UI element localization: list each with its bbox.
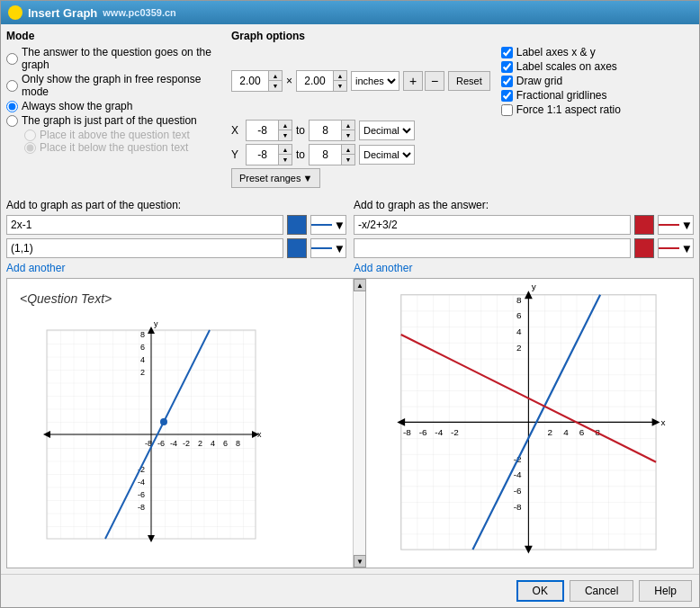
dropdown-arrow-icon: ▼ — [302, 173, 312, 183]
svg-text:8: 8 — [140, 330, 145, 339]
y-min-group[interactable]: ▲ ▼ — [246, 144, 292, 165]
x-max-input[interactable] — [310, 121, 341, 140]
y-range-row: Y ▲ ▼ to ▲ ▼ — [231, 144, 694, 165]
formulas-section: Add to graph as part of the question: ▼ … — [6, 199, 694, 274]
radio-place-below[interactable]: Place it below the question text — [24, 141, 222, 154]
answer-add-another[interactable]: Add another — [354, 262, 412, 274]
answer-formula-input-1[interactable] — [354, 215, 631, 235]
question-formula-input-1[interactable] — [6, 215, 283, 235]
plus-minus-group: + − — [403, 71, 444, 91]
answer-formula-input-2[interactable] — [354, 238, 631, 258]
y-min-down[interactable]: ▼ — [279, 155, 292, 165]
size-x-spin: ▲ ▼ — [268, 71, 282, 91]
window-title: Insert Graph — [28, 6, 97, 20]
svg-text:2: 2 — [198, 439, 202, 448]
y-min-input[interactable] — [247, 145, 278, 165]
x-min-group[interactable]: ▲ ▼ — [246, 120, 292, 141]
dropdown-icon-2: ▼ — [334, 242, 346, 255]
x-min-input[interactable] — [247, 121, 278, 140]
svg-text:-4: -4 — [138, 478, 145, 487]
help-button[interactable]: Help — [639, 580, 692, 602]
size-row: ▲ ▼ × ▲ ▼ inches cm — [231, 46, 694, 116]
question-formula-row-2: ▼ — [6, 238, 346, 258]
times-symbol: × — [286, 75, 292, 87]
check-fractional[interactable]: Fractional gridlines — [501, 89, 621, 102]
radio-free-response[interactable]: Only show the graph in free response mod… — [6, 73, 222, 98]
svg-text:-6: -6 — [138, 490, 145, 499]
x-min-up[interactable]: ▲ — [279, 121, 292, 130]
check-label-scales[interactable]: Label scales on axes — [501, 60, 621, 73]
question-formula-input-2[interactable] — [6, 238, 283, 258]
radio-always-show[interactable]: Always show the graph — [6, 100, 222, 112]
question-add-another[interactable]: Add another — [6, 262, 65, 274]
answer-line-style-2[interactable]: ▼ — [658, 238, 694, 258]
right-graph-container: y x -8 -6 -4 -2 2 4 6 8 8 6 4 2 -6 — [366, 278, 694, 568]
svg-text:-8: -8 — [514, 502, 522, 512]
bottom-bar: OK Cancel Help — [1, 574, 699, 607]
svg-text:2: 2 — [547, 427, 552, 437]
svg-text:-4: -4 — [514, 469, 522, 479]
answer-part-label: Add to graph as the answer: — [354, 199, 694, 211]
y-to-label: to — [296, 148, 305, 161]
y-max-input[interactable] — [310, 145, 341, 165]
ok-button[interactable]: OK — [516, 580, 564, 602]
check-aspect-ratio[interactable]: Force 1:1 aspect ratio — [501, 103, 621, 116]
reset-btn[interactable]: Reset — [448, 71, 490, 91]
size-y-input-group[interactable]: ▲ ▼ — [296, 70, 347, 92]
check-label-axes[interactable]: Label axes x & y — [501, 46, 621, 58]
graph-options-section: Graph options ▲ ▼ × ▲ — [231, 30, 694, 192]
radio-answer-on-graph[interactable]: The answer to the question goes on the g… — [6, 46, 222, 71]
check-draw-grid[interactable]: Draw grid — [501, 75, 621, 87]
preset-ranges-btn[interactable]: Preset ranges ▼ — [231, 168, 320, 188]
mode-section: Mode The answer to the question goes on … — [6, 30, 222, 192]
svg-text:-4: -4 — [170, 439, 177, 448]
minus-btn[interactable]: − — [425, 71, 444, 91]
question-color-1[interactable] — [287, 215, 307, 235]
svg-point-26 — [160, 418, 167, 425]
scroll-up-btn[interactable]: ▲ — [354, 279, 366, 291]
y-max-up[interactable]: ▲ — [342, 145, 354, 155]
y-max-group[interactable]: ▲ ▼ — [309, 144, 355, 165]
y-max-down[interactable]: ▼ — [342, 155, 354, 165]
svg-text:6: 6 — [516, 310, 522, 320]
size-x-up[interactable]: ▲ — [269, 71, 282, 81]
svg-text:-2: -2 — [451, 427, 459, 437]
dropdown-icon-1: ▼ — [334, 219, 346, 232]
x-max-down[interactable]: ▼ — [342, 130, 354, 140]
answer-formula-row-2: ▼ — [354, 238, 694, 258]
cancel-button[interactable]: Cancel — [570, 580, 633, 602]
size-x-down[interactable]: ▼ — [269, 81, 282, 91]
svg-text:8: 8 — [516, 295, 522, 305]
svg-text:4: 4 — [211, 439, 215, 448]
question-color-2[interactable] — [287, 238, 307, 258]
question-line-style-1[interactable]: ▼ — [310, 215, 346, 235]
radio-place-above[interactable]: Place it above the question text — [24, 129, 222, 141]
question-line-style-2[interactable]: ▼ — [310, 238, 346, 258]
x-max-group[interactable]: ▲ ▼ — [309, 120, 355, 141]
size-y-input[interactable] — [297, 71, 333, 91]
vertical-scrollbar[interactable]: ▲ ▼ — [353, 279, 365, 568]
size-x-input-group[interactable]: ▲ ▼ — [231, 70, 283, 92]
svg-text:4: 4 — [140, 355, 145, 364]
answer-formulas: Add to graph as the answer: ▼ ▼ — [354, 199, 694, 274]
size-x-input[interactable] — [232, 71, 268, 91]
x-format-select[interactable]: Decimal Fraction — [359, 121, 415, 140]
size-y-up[interactable]: ▲ — [334, 71, 346, 81]
x-min-down[interactable]: ▼ — [279, 130, 292, 140]
scroll-down-btn[interactable]: ▼ — [354, 555, 366, 568]
svg-text:4: 4 — [563, 427, 569, 437]
radio-just-part[interactable]: The graph is just part of the question — [6, 114, 222, 127]
answer-line-style-1[interactable]: ▼ — [658, 215, 694, 235]
y-min-up[interactable]: ▲ — [279, 145, 292, 155]
unit-select[interactable]: inches cm — [351, 71, 399, 91]
scroll-track — [354, 291, 365, 555]
left-graph-container: <Question Text> — [6, 278, 366, 568]
x-max-up[interactable]: ▲ — [342, 121, 354, 130]
answer-color-2[interactable] — [634, 238, 654, 258]
answer-color-1[interactable] — [634, 215, 654, 235]
plus-btn[interactable]: + — [403, 71, 423, 91]
size-y-down[interactable]: ▼ — [334, 81, 346, 91]
window-icon — [8, 5, 22, 20]
y-format-select[interactable]: Decimal Fraction — [359, 145, 415, 165]
svg-text:-6: -6 — [514, 486, 522, 496]
